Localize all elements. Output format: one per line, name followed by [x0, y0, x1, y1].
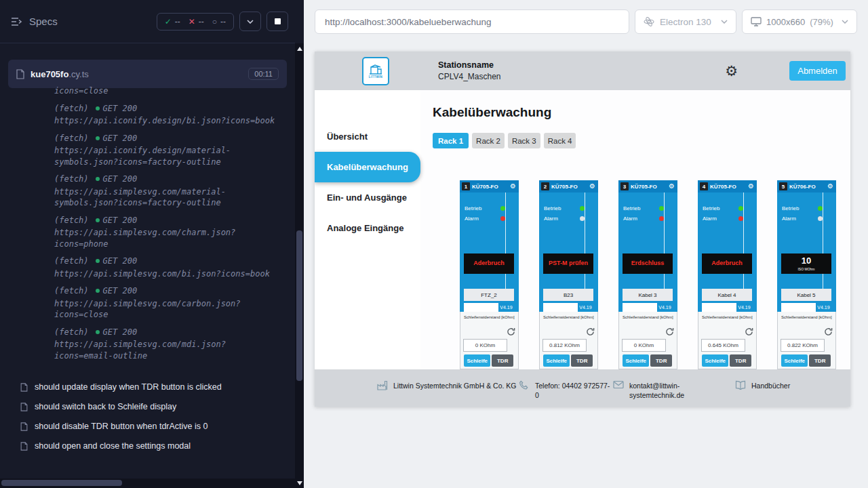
settings-gear-icon[interactable]: ⚙ [725, 64, 738, 78]
vertical-scroll-thumb[interactable] [296, 230, 302, 381]
betrieb-label: Betrieb [782, 205, 799, 211]
request-url: https://api.simplesvg.com/material-symbo… [54, 186, 278, 209]
spec-name: kue705fo.cy.ts [31, 69, 89, 79]
tab-rack-4[interactable]: Rack 4 [544, 133, 576, 148]
schleife-button[interactable]: Schleife [702, 354, 728, 367]
alarm-indicator: Alarm [623, 216, 664, 222]
sidebar-item-analoge-eing-nge[interactable]: Analoge Eingänge [315, 213, 420, 243]
version-row: V4.19 [464, 303, 514, 312]
test-item[interactable]: should update display when TDR button is… [0, 378, 295, 398]
cable-name: Kabel 4 [702, 289, 752, 301]
viewport-icon [751, 17, 762, 26]
device-settings-gear-icon[interactable]: ⚙ [748, 183, 754, 190]
refresh-icon[interactable] [665, 327, 674, 336]
version-row: V4.19 [781, 303, 831, 312]
device-settings-gear-icon[interactable]: ⚙ [510, 183, 516, 190]
electron-icon [644, 16, 654, 27]
runner-vertical-scrollbar[interactable] [295, 43, 304, 488]
status-display: 10ISO MOhm [781, 253, 831, 274]
refresh-icon[interactable] [824, 327, 833, 336]
footer-item-factory: Littwin Systemtechnik GmbH & Co. KG [377, 381, 519, 407]
test-item[interactable]: should switch back to Schleife display [0, 398, 295, 418]
scroll-up-arrow-icon[interactable] [297, 47, 302, 51]
sidebar-item-bersicht[interactable]: Übersicht [315, 121, 420, 152]
card-button-row: SchleifeTDR [781, 354, 831, 367]
horizontal-scroll-thumb[interactable] [1, 480, 122, 486]
runner-horizontal-scrollbar[interactable] [0, 479, 295, 488]
scroll-down-arrow-icon[interactable] [297, 481, 302, 485]
request-url: https://api.simplesvg.com/mdi.json?icons… [54, 339, 278, 361]
tdr-button[interactable]: TDR [730, 354, 751, 367]
schleife-button[interactable]: Schleife [781, 354, 808, 367]
tdr-button[interactable]: TDR [571, 354, 593, 367]
tdr-button[interactable]: TDR [492, 354, 513, 367]
version-row: V4.19 [702, 303, 752, 312]
refresh-icon[interactable] [507, 327, 515, 336]
fetch-label: (fetch) [54, 327, 89, 338]
test-item[interactable]: should disable TDR button when tdrActive… [0, 418, 295, 437]
fetch-label: (fetch) [54, 285, 89, 297]
alarm-label: Alarm [623, 216, 637, 222]
alarm-label: Alarm [782, 216, 796, 222]
sidebar-item-kabel-berwachung[interactable]: Kabelüberwachung [315, 152, 420, 182]
url-bar[interactable]: http://localhost:3000/kabelueberwachung [315, 9, 629, 34]
alarm-led [818, 216, 823, 221]
device-settings-gear-icon[interactable]: ⚙ [589, 183, 595, 190]
request-url: https://api.iconify.design/material-symb… [54, 145, 278, 167]
betrieb-led [738, 206, 743, 211]
test-item[interactable]: should open and close the settings modal [0, 437, 295, 457]
tdr-button[interactable]: TDR [809, 354, 831, 367]
http-status: GET 200 [103, 327, 138, 338]
device-settings-gear-icon[interactable]: ⚙ [827, 183, 833, 190]
http-status: GET 200 [103, 215, 138, 226]
refresh-icon[interactable] [745, 327, 753, 336]
tab-rack-2[interactable]: Rack 2 [472, 133, 505, 148]
cable-name: FTZ_2 [464, 289, 514, 301]
schleife-button[interactable]: Schleife [623, 354, 649, 367]
betrieb-led [818, 206, 823, 211]
slot-number-badge: 2 [541, 182, 549, 190]
firmware-version: V4.19 [736, 303, 752, 312]
schleife-button[interactable]: Schleife [464, 354, 490, 367]
sidebar-item-ein-und-ausg-nge[interactable]: Ein- und Ausgänge [315, 182, 420, 213]
station-info: Stationsname CPLV4_Maschen [438, 60, 501, 81]
status-display: Aderbruch [464, 253, 514, 274]
app-footer: Littwin Systemtechnik GmbH & Co. KGTelef… [315, 369, 850, 407]
version-row: V4.19 [543, 303, 593, 312]
http-status: GET 200 [103, 103, 138, 115]
footer-item-book: Handbücher [735, 381, 790, 407]
device-model-label: KÜ705-FO [631, 184, 657, 190]
tdr-button[interactable]: TDR [650, 354, 672, 367]
failed-stat: ✕-- [189, 17, 204, 26]
schleife-button[interactable]: Schleife [543, 354, 570, 367]
refresh-icon[interactable] [586, 327, 595, 336]
test-doc-icon [20, 422, 28, 433]
tab-rack-3[interactable]: Rack 3 [508, 133, 540, 148]
footer-item-email: kontakt@littwin-systemtechnik.de [613, 381, 735, 407]
measurement-panel: Schleifenwiderstand [kOhm]0.822 KOhmSchl… [777, 312, 836, 369]
card-button-row: SchleifeTDR [623, 354, 672, 367]
footer-text: kontakt@littwin-systemtechnik.de [629, 381, 695, 400]
specs-menu-button[interactable]: Specs [11, 16, 58, 27]
betrieb-label: Betrieb [623, 205, 640, 211]
alarm-label: Alarm [703, 216, 717, 222]
viewport-selector[interactable]: 1000x660 (79%) [742, 9, 857, 34]
device-card-row: 1KÜ705-FO⚙BetriebAlarmAderbruchFTZ_2V4.1… [460, 180, 850, 369]
logout-button[interactable]: Abmelden [789, 61, 846, 81]
book-icon [735, 380, 746, 391]
browser-selector[interactable]: Electron 130 [635, 9, 736, 34]
stop-button[interactable] [267, 12, 288, 31]
tab-rack-1[interactable]: Rack 1 [433, 133, 469, 148]
measurement-panel: Schleifenwiderstand [kOhm]0 KOhmSchleife… [618, 312, 677, 369]
slot-number-badge: 4 [700, 182, 708, 190]
spec-file-icon [16, 69, 24, 79]
test-list: should update display when TDR button is… [0, 378, 295, 479]
viewport-size: 1000x660 [766, 17, 805, 27]
fetch-label: (fetch) [54, 215, 89, 226]
spec-header[interactable]: kue705fo.cy.ts 00:11 [8, 60, 287, 88]
slot-number-badge: 3 [620, 182, 629, 190]
device-settings-gear-icon[interactable]: ⚙ [669, 183, 675, 190]
fetch-label: (fetch) [54, 174, 89, 185]
pending-stat: ○-- [212, 17, 226, 26]
collapse-button[interactable] [239, 12, 261, 31]
